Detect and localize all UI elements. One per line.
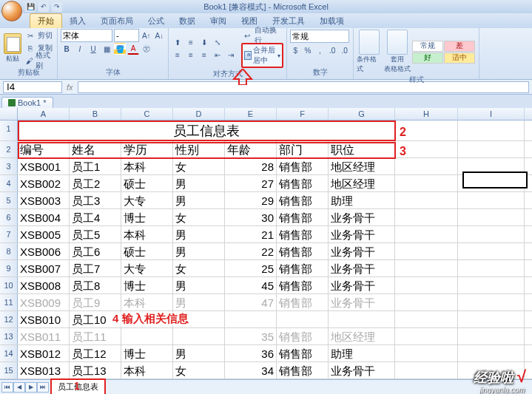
row-header-4[interactable]: 4	[0, 175, 18, 191]
copy-icon[interactable]: ⎘	[24, 42, 36, 54]
cell-G12[interactable]	[329, 311, 395, 327]
cell-C4[interactable]: 硕士	[121, 175, 173, 191]
col-header-G[interactable]: G	[329, 108, 395, 120]
cell-B8[interactable]: 员工6	[70, 243, 121, 259]
inc-decimal-icon[interactable]: .0	[327, 44, 338, 56]
sheet-nav-prev-icon[interactable]: ◀	[13, 382, 25, 393]
cell-G4[interactable]: 地区经理	[329, 175, 395, 191]
cell-F10[interactable]: 销售部	[277, 277, 329, 293]
align-right-icon[interactable]: ≡	[198, 50, 210, 61]
tab-addin[interactable]: 加载项	[312, 14, 351, 28]
cell-E10[interactable]: 45	[225, 277, 277, 293]
merge-center-button[interactable]: 合并后居中 ▾	[241, 43, 283, 68]
cell-F7[interactable]: 销售部	[277, 226, 329, 242]
cell-D10[interactable]: 男	[173, 277, 225, 293]
cell-C2[interactable]: 学历	[121, 141, 173, 157]
cell-I11[interactable]	[458, 294, 525, 310]
cell-H4[interactable]	[395, 175, 458, 191]
cell-E3[interactable]: 28	[225, 158, 277, 174]
conditional-format-button[interactable]: 条件格式	[357, 30, 383, 74]
cell-I9[interactable]	[458, 260, 525, 276]
col-header-F[interactable]: F	[277, 108, 329, 120]
cell-C10[interactable]: 博士	[121, 277, 173, 293]
cell-I13[interactable]	[458, 328, 525, 344]
cell-I14[interactable]	[458, 345, 525, 361]
cell-G15[interactable]: 业务骨干	[329, 362, 395, 378]
select-all-corner[interactable]	[0, 108, 18, 120]
workbook-tab-book1[interactable]: Book1 *	[1, 97, 53, 108]
orientation-icon[interactable]: ⤡	[212, 37, 223, 49]
row-header-5[interactable]: 5	[0, 192, 18, 208]
row-header-14[interactable]: 14	[0, 345, 18, 361]
cell-A7[interactable]: XSB005	[18, 226, 70, 242]
cell-A2[interactable]: 编号	[18, 141, 70, 157]
percent-icon[interactable]: %	[303, 44, 314, 56]
style-neutral[interactable]: 适中	[444, 52, 475, 64]
tab-layout[interactable]: 页面布局	[93, 14, 141, 28]
col-header-A[interactable]: A	[18, 108, 70, 120]
row-header-9[interactable]: 9	[0, 260, 18, 276]
cell-H8[interactable]	[395, 243, 458, 259]
bold-button[interactable]: B	[61, 43, 73, 55]
cell-D5[interactable]: 男	[173, 192, 225, 208]
cell-B13[interactable]: 员工11	[70, 328, 121, 344]
comma-icon[interactable]: ,	[314, 44, 326, 56]
col-header-E[interactable]: E	[225, 108, 277, 120]
cell-G7[interactable]: 业务骨干	[329, 226, 395, 242]
col-header-B[interactable]: B	[70, 108, 121, 120]
active-cell-I4[interactable]	[462, 171, 528, 188]
cell-C3[interactable]: 本科	[121, 158, 173, 174]
font-color-icon[interactable]: A	[127, 43, 139, 55]
row-header-10[interactable]: 10	[0, 277, 18, 293]
cell-H14[interactable]	[395, 345, 458, 361]
font-size-select[interactable]	[114, 29, 139, 42]
row-header-3[interactable]: 3	[0, 158, 18, 174]
cell-I12[interactable]	[458, 311, 525, 327]
tab-insert[interactable]: 插入	[62, 14, 93, 28]
cell-D9[interactable]: 女	[173, 260, 225, 276]
paste-button[interactable]: 粘贴	[3, 30, 23, 66]
row-header-13[interactable]: 13	[0, 328, 18, 344]
name-box[interactable]	[3, 81, 62, 93]
cell-E11[interactable]: 47	[225, 294, 277, 310]
tab-data[interactable]: 数据	[172, 14, 203, 28]
cell-H13[interactable]	[395, 328, 458, 344]
cell-I6[interactable]	[458, 209, 525, 225]
cell-G9[interactable]: 业务骨干	[329, 260, 395, 276]
font-name-select[interactable]	[61, 29, 112, 42]
cell-D8[interactable]: 男	[173, 243, 225, 259]
cell-E15[interactable]: 34	[225, 362, 277, 378]
cell-G14[interactable]: 助理	[329, 345, 395, 361]
cell-A4[interactable]: XSB002	[18, 175, 70, 191]
row-header-15[interactable]: 15	[0, 362, 18, 378]
cell-B11[interactable]: 员工9	[70, 294, 121, 310]
cell-A14[interactable]: XSB012	[18, 345, 70, 361]
cell-H11[interactable]	[395, 294, 458, 310]
phonetic-icon[interactable]: ㉆	[141, 43, 152, 55]
row-header-7[interactable]: 7	[0, 226, 18, 242]
cell-B7[interactable]: 员工5	[70, 226, 121, 242]
qat-redo-icon[interactable]: ↷	[52, 1, 62, 12]
cell-H15[interactable]	[395, 362, 458, 378]
cell-B3[interactable]: 员工1	[70, 158, 121, 174]
cell-F13[interactable]: 销售部	[277, 328, 329, 344]
cell-F6[interactable]: 销售部	[277, 209, 329, 225]
cell-A8[interactable]: XSB006	[18, 243, 70, 259]
cell-A10[interactable]: XSB008	[18, 277, 70, 293]
underline-button[interactable]: U	[87, 43, 99, 55]
cell-I8[interactable]	[458, 243, 525, 259]
cell-I10[interactable]	[458, 277, 525, 293]
row-header-8[interactable]: 8	[0, 243, 18, 259]
cell-E12[interactable]	[225, 311, 277, 327]
cell-G11[interactable]: 业务骨干	[329, 294, 395, 310]
cell-A13[interactable]: XSB011	[18, 328, 70, 344]
currency-icon[interactable]: $	[290, 44, 301, 56]
increase-font-icon[interactable]: A↑	[141, 30, 152, 41]
align-left-icon[interactable]: ≡	[172, 50, 183, 61]
cell-D4[interactable]: 男	[173, 175, 225, 191]
cell-F14[interactable]: 销售部	[277, 345, 329, 361]
cell-F5[interactable]: 销售部	[277, 192, 329, 208]
cell-E14[interactable]: 36	[225, 345, 277, 361]
cell-G5[interactable]: 助理	[329, 192, 395, 208]
dec-decimal-icon[interactable]: .0	[339, 44, 350, 56]
